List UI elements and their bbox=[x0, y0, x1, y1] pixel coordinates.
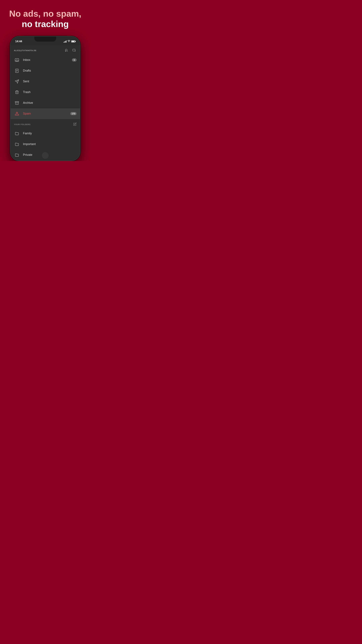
spam-label: Spam bbox=[23, 112, 70, 116]
headline-line1: No ads, no spam, bbox=[9, 9, 81, 18]
status-time: 14:44 bbox=[15, 40, 22, 43]
sidebar-item-drafts[interactable]: Drafts bbox=[10, 66, 80, 76]
folders-edit-button[interactable] bbox=[73, 122, 77, 126]
search-button[interactable] bbox=[64, 48, 69, 53]
important-folder-icon bbox=[14, 141, 20, 147]
sidebar-item-trash[interactable]: Trash bbox=[10, 87, 80, 98]
header-actions bbox=[64, 48, 77, 53]
drafts-icon bbox=[14, 68, 20, 74]
family-folder-icon bbox=[14, 130, 20, 136]
archive-icon bbox=[14, 100, 20, 106]
compose-button[interactable] bbox=[71, 48, 77, 53]
archive-label: Archive bbox=[23, 101, 77, 105]
inbox-label: Inbox bbox=[23, 58, 72, 62]
svg-rect-6 bbox=[15, 91, 18, 94]
svg-point-9 bbox=[17, 114, 17, 115]
svg-rect-1 bbox=[65, 51, 66, 51]
account-email: ALICE@TUTANOTA.DE bbox=[14, 50, 36, 52]
wifi-icon bbox=[67, 40, 70, 42]
sent-icon bbox=[14, 78, 20, 84]
svg-point-0 bbox=[65, 49, 67, 51]
inbox-icon bbox=[14, 57, 20, 63]
notch bbox=[34, 36, 56, 42]
sent-label: Sent bbox=[23, 80, 77, 83]
private-folder-icon bbox=[14, 152, 20, 158]
svg-rect-7 bbox=[15, 102, 19, 102]
private-folder-label: Private bbox=[23, 153, 77, 157]
trash-icon bbox=[14, 89, 20, 95]
sidebar-item-family[interactable]: Family bbox=[10, 128, 80, 139]
trash-label: Trash bbox=[23, 90, 77, 94]
spam-badge: 173 bbox=[70, 112, 77, 115]
svg-rect-2 bbox=[65, 51, 66, 52]
inbox-badge: 1 bbox=[72, 58, 77, 62]
important-folder-label: Important bbox=[23, 142, 77, 146]
sidebar-item-sent[interactable]: Sent bbox=[10, 76, 80, 87]
folders-title: YOUR FOLDERS bbox=[14, 124, 30, 126]
headline: No ads, no spam, no tracking bbox=[2, 0, 88, 34]
home-indicator bbox=[42, 152, 49, 159]
phone-frame: 14:44 bbox=[10, 36, 80, 161]
phone-screen: 14:44 bbox=[10, 36, 80, 160]
add-folder-button[interactable]: + Add folder bbox=[10, 160, 80, 160]
phone-mockup: 14:44 bbox=[10, 36, 80, 161]
account-header: ALICE@TUTANOTA.DE bbox=[10, 45, 80, 55]
signal-icon bbox=[63, 40, 66, 42]
headline-line2: no tracking bbox=[22, 19, 69, 29]
drafts-label: Drafts bbox=[23, 69, 77, 72]
folders-header: YOUR FOLDERS bbox=[10, 119, 80, 128]
status-icons bbox=[63, 40, 75, 42]
sidebar-item-archive[interactable]: Archive bbox=[10, 98, 80, 108]
sidebar-item-important[interactable]: Important bbox=[10, 139, 80, 150]
battery-icon bbox=[71, 40, 75, 42]
spam-icon bbox=[14, 111, 20, 117]
app-content: ALICE@TUTANOTA.DE bbox=[10, 45, 80, 160]
sidebar-item-spam[interactable]: Spam 173 bbox=[10, 108, 80, 119]
family-folder-label: Family bbox=[23, 132, 77, 135]
sidebar-item-inbox[interactable]: Inbox 1 bbox=[10, 55, 80, 66]
